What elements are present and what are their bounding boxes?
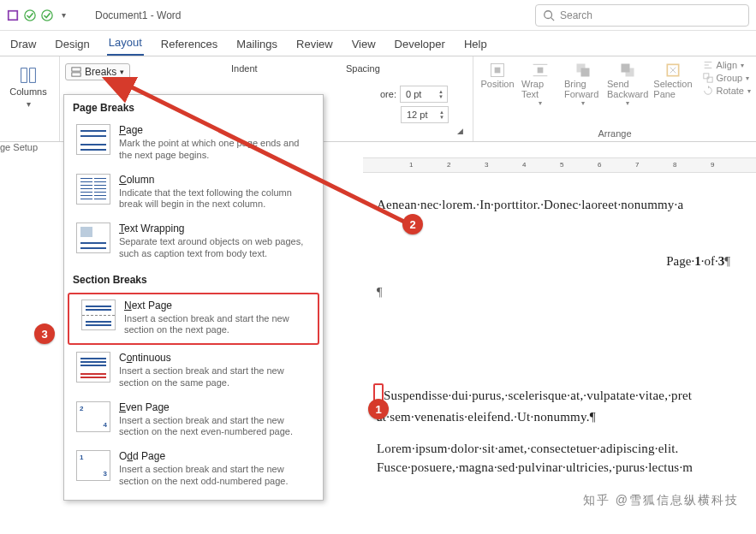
qat-more-icon[interactable]: ▾ xyxy=(58,10,69,20)
wrap-text-icon xyxy=(532,62,549,79)
check-icon-2[interactable] xyxy=(41,9,53,21)
break-text-wrapping[interactable]: Text WrappingSeparate text around object… xyxy=(64,217,323,267)
svg-rect-1 xyxy=(9,11,17,19)
chevron-down-icon: ▾ xyxy=(23,99,34,109)
tab-draw[interactable]: Draw xyxy=(9,34,38,56)
odd-page-break-icon: 13 xyxy=(76,450,110,481)
group-icon xyxy=(703,73,713,83)
svg-point-3 xyxy=(42,9,52,20)
tab-view[interactable]: View xyxy=(350,34,378,56)
break-column[interactable]: ColumnIndicate that the text following t… xyxy=(64,169,323,218)
spacing-label: Spacing xyxy=(346,58,380,74)
breaks-dropdown: Page Breaks PageMark the point at which … xyxy=(63,94,324,501)
arrange-group: Position Wrap Text▾ Bring Forward▾ Send … xyxy=(473,56,756,141)
check-icon-1[interactable] xyxy=(24,9,36,21)
break-continuous[interactable]: ContinuousInsert a section break and sta… xyxy=(64,347,323,396)
svg-rect-7 xyxy=(30,68,36,83)
spacing-after-input[interactable]: 12 pt ▲▼ xyxy=(401,106,449,123)
columns-icon xyxy=(20,67,37,84)
wrap-text-button[interactable]: Wrap Text▾ xyxy=(521,58,559,107)
tab-design[interactable]: Design xyxy=(53,34,91,56)
page-breaks-header: Page Breaks xyxy=(64,95,323,119)
ribbon-tabs: Draw Design Layout References Mailings R… xyxy=(0,31,756,56)
break-next-page[interactable]: Next PageInsert a section break and star… xyxy=(68,293,319,346)
breaks-icon xyxy=(71,67,81,77)
before-label: ore: xyxy=(380,89,396,99)
horizontal-ruler[interactable]: 123456789 xyxy=(363,157,756,173)
even-page-break-icon: 24 xyxy=(76,401,110,432)
send-backward-icon xyxy=(619,62,636,79)
tab-developer[interactable]: Developer xyxy=(393,34,447,56)
group-button[interactable]: Group▾ xyxy=(703,73,751,83)
body-text: Aenean·nec·lorem.·In·porttitor.·Donec·la… xyxy=(377,195,756,215)
callout-3: 3 xyxy=(34,323,55,344)
selection-pane-button[interactable]: Selection Pane xyxy=(653,58,692,107)
column-break-icon xyxy=(76,174,110,205)
title-bar: ▾ Document1 - Word Search xyxy=(0,0,756,31)
text-wrapping-break-icon xyxy=(76,222,110,253)
tab-review[interactable]: Review xyxy=(295,34,335,56)
break-page[interactable]: PageMark the point at which one page end… xyxy=(64,119,323,169)
rotate-icon xyxy=(703,86,713,96)
svg-line-5 xyxy=(551,17,555,21)
svg-rect-23 xyxy=(703,74,708,79)
svg-rect-16 xyxy=(581,68,590,77)
svg-rect-12 xyxy=(538,68,544,74)
svg-point-2 xyxy=(25,9,35,20)
svg-rect-11 xyxy=(495,68,501,74)
autosave-icon[interactable] xyxy=(7,9,19,21)
columns-button[interactable]: Columns ▾ xyxy=(7,63,50,109)
indent-label: Indent xyxy=(231,58,258,74)
callout-1: 1 xyxy=(368,399,389,419)
continuous-break-icon xyxy=(76,352,110,383)
breaks-button[interactable]: Breaks ▾ xyxy=(65,63,130,80)
search-placeholder: Search xyxy=(560,9,592,21)
search-input[interactable]: Search xyxy=(535,4,749,27)
page-break-icon xyxy=(76,124,110,155)
bring-forward-icon xyxy=(574,62,592,79)
page-footer: Page·1·of·3¶ xyxy=(377,254,756,269)
svg-rect-8 xyxy=(72,68,80,71)
align-icon xyxy=(703,60,713,70)
send-backward-button[interactable]: Send Backward▾ xyxy=(607,58,648,107)
tab-mailings[interactable]: Mailings xyxy=(235,34,279,56)
svg-rect-18 xyxy=(622,64,630,73)
break-even-page[interactable]: 24 Even PageInsert a section break and s… xyxy=(64,396,323,446)
spacing-before-input[interactable]: 0 pt ▲▼ xyxy=(400,86,448,103)
document-title: Document1 - Word xyxy=(95,9,181,21)
bring-forward-button[interactable]: Bring Forward▾ xyxy=(564,58,602,107)
svg-point-4 xyxy=(545,10,552,18)
paragraph-dialog-launcher[interactable]: ◢ xyxy=(457,127,463,135)
selection-pane-icon xyxy=(664,62,682,79)
section-breaks-header: Section Breaks xyxy=(64,267,323,291)
next-page-break-icon xyxy=(81,300,116,330)
search-icon xyxy=(543,9,555,21)
callout-2: 2 xyxy=(402,214,423,234)
align-button[interactable]: Align▾ xyxy=(703,60,751,70)
page-setup-label: ge Setup xyxy=(0,142,51,168)
svg-rect-9 xyxy=(72,73,80,76)
tab-references[interactable]: References xyxy=(159,34,219,56)
body-text: Lorem·ipsum·dolor·sit·amet,·consectetuer… xyxy=(377,439,756,478)
tab-help[interactable]: Help xyxy=(462,34,489,56)
svg-rect-6 xyxy=(21,68,27,83)
rotate-button[interactable]: Rotate▾ xyxy=(703,86,751,96)
pilcrow-mark: ¶ xyxy=(377,286,382,300)
body-text: Suspendisse·dui·purus,·scelerisque·at,·v… xyxy=(377,383,756,427)
tab-layout[interactable]: Layout xyxy=(107,33,144,56)
position-button[interactable]: Position xyxy=(479,58,516,107)
break-odd-page[interactable]: 13 Odd PageInsert a section break and st… xyxy=(64,445,323,495)
svg-rect-24 xyxy=(707,77,712,82)
position-icon xyxy=(489,62,506,79)
arrange-group-label: Arrange xyxy=(479,128,751,141)
